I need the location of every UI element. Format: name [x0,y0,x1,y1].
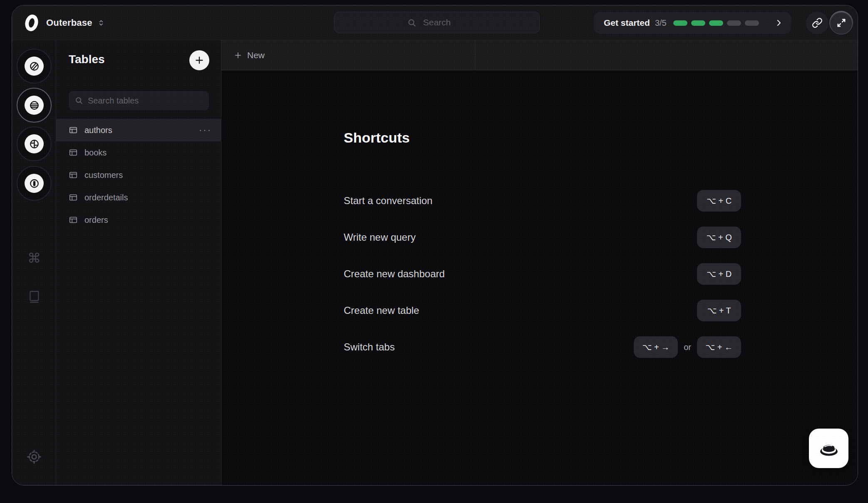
keycap: ⌥ + Q [697,227,741,248]
shortcut-label: Start a conversation [344,195,697,207]
shortcut-label: Switch tabs [344,341,634,353]
search-icon [74,96,84,105]
shortcut-row-create-dashboard: Create new dashboard ⌥ + D [344,256,741,292]
table-name: customers [84,170,212,180]
get-started-widget[interactable]: Get started 3/5 [594,12,791,34]
page-title: Tables [69,53,105,66]
progress-pills [673,20,759,26]
table-icon [69,170,78,180]
progress-pill [673,20,687,26]
tabbar-divider [475,40,475,70]
table-name: orders [84,215,212,225]
chevron-right-icon[interactable] [773,17,785,29]
table-icon [69,126,78,135]
table-icon [69,215,78,224]
sidebar-item-base-4[interactable] [17,166,52,201]
sidebar-item-authors[interactable]: authors ··· [56,119,221,141]
command-icon: ⌘ [27,250,41,266]
base-stripes-icon [25,57,44,76]
shortcut-label: Write new query [344,232,697,243]
table-name: authors [84,126,192,135]
keycap: ⌥ + T [697,300,741,321]
base-table-icon [25,96,44,115]
assistant-button[interactable] [809,429,848,468]
workspace-switcher[interactable]: Outerbase [46,5,106,40]
table-list: authors ··· books customers [56,119,221,231]
command-menu-button[interactable]: ⌘ [12,250,56,266]
table-search-input[interactable] [69,91,209,110]
plus-icon [194,55,204,65]
shortcut-row-switch-tabs: Switch tabs ⌥ + → or ⌥ + ← [344,329,741,365]
sidebar-header: Tables [56,40,221,80]
sidebar-item-base-1[interactable] [17,49,52,84]
shortcut-label: Create new dashboard [344,268,697,280]
table-icon [69,193,78,202]
sidebar-item-base-3[interactable] [17,126,52,161]
sidebar-item-customers[interactable]: customers [56,164,221,186]
top-bar: Outerbase Get started 3/5 [12,5,858,40]
get-started-label: Get started [604,18,650,28]
link-icon [812,17,823,28]
base-rail: ⌘ [12,40,56,485]
plus-icon [234,51,242,59]
tables-sidebar: Tables [56,40,221,485]
search-icon [407,18,417,28]
new-tab-button[interactable]: New [221,50,265,60]
book-icon [26,289,42,305]
sidebar-item-orderdetails[interactable]: orderdetails [56,186,221,209]
add-table-button[interactable] [189,50,209,70]
progress-pill [745,20,759,26]
global-search[interactable] [334,12,540,33]
progress-pill [727,20,741,26]
shortcuts-panel: Shortcuts Start a conversation ⌥ + C Wri… [221,70,858,485]
base-bar-icon [25,174,44,193]
table-icon [69,148,78,157]
share-link-button[interactable] [806,12,828,34]
base-segments-icon [25,134,44,153]
sidebar-item-orders[interactable]: orders [56,209,221,231]
sidebar-item-books[interactable]: books [56,141,221,164]
table-name: orderdetails [84,193,212,202]
get-started-progress: 3/5 [655,18,667,28]
tab-bar: New [221,40,858,70]
table-name: books [84,148,212,158]
shortcut-label: Create new table [344,305,697,316]
docs-button[interactable] [12,289,56,305]
main-panel: New Shortcuts Start a conversation ⌥ + C… [221,40,858,485]
table-more-button[interactable]: ··· [199,128,212,132]
sidebar-item-base-2-selected[interactable] [17,88,52,123]
outerbase-logo-icon [23,14,40,32]
expand-window-button[interactable] [829,11,853,35]
gear-icon [26,449,42,465]
keycap-separator: or [684,343,691,352]
progress-pill [691,20,705,26]
shortcut-row-create-table: Create new table ⌥ + T [344,292,741,329]
settings-button[interactable] [12,449,56,465]
keycap: ⌥ + C [697,190,741,212]
app-window: Outerbase Get started 3/5 [12,5,858,486]
shortcuts-heading: Shortcuts [344,128,741,147]
new-tab-label: New [247,50,265,60]
keycap: ⌥ + ← [697,336,741,358]
table-search[interactable] [69,91,209,110]
workspace-name: Outerbase [46,17,92,28]
progress-pill [709,20,723,26]
unfold-chevrons-icon [97,18,106,27]
hat-icon [816,436,842,461]
expand-arrows-icon [836,17,847,29]
search-input[interactable] [335,12,539,33]
shortcut-row-start-conversation: Start a conversation ⌥ + C [344,182,741,219]
shortcut-row-write-query: Write new query ⌥ + Q [344,219,741,256]
keycap: ⌥ + D [697,263,741,285]
keycap: ⌥ + → [634,336,678,358]
